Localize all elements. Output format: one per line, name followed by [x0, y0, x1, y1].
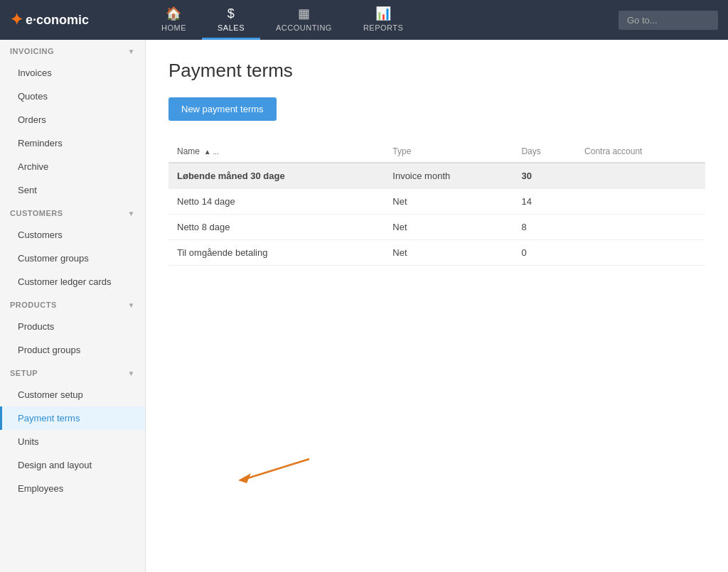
cell-type: Net: [384, 240, 513, 266]
cell-type: Invoice month: [384, 163, 513, 189]
cell-days: 8: [513, 215, 576, 240]
chevron-icon: ▼: [128, 48, 135, 55]
sidebar-item-employees[interactable]: Employees: [0, 477, 145, 500]
chevron-icon: ▼: [128, 301, 135, 309]
cell-days: 14: [513, 189, 576, 215]
logo-area[interactable]: ✦ e·conomic: [0, 11, 146, 29]
table-body: Løbende måned 30 dageInvoice month30Nett…: [168, 163, 705, 266]
nav-item-label-reports: REPORTS: [363, 23, 403, 32]
nav-item-reports[interactable]: 📊REPORTS: [348, 0, 419, 40]
sidebar-section-products[interactable]: PRODUCTS▼: [0, 293, 145, 315]
table-row[interactable]: Til omgående betalingNet0: [168, 240, 705, 266]
reports-icon: 📊: [375, 6, 392, 21]
table-row[interactable]: Netto 8 dageNet8: [168, 215, 705, 240]
arrow-svg: [231, 452, 316, 487]
sidebar-item-product-groups[interactable]: Product groups: [0, 338, 145, 362]
body-layout: INVOICING▼InvoicesQuotesOrdersRemindersA…: [0, 40, 728, 572]
cell-days: 30: [513, 163, 576, 189]
payment-terms-table-wrapper: Name ▲ ...TypeDaysContra account Løbende…: [168, 141, 705, 266]
table-header: Name ▲ ...TypeDaysContra account: [168, 141, 705, 163]
nav-item-label-sales: SALES: [218, 23, 245, 32]
nav-items: 🏠HOME$SALES▦ACCOUNTING📊REPORTS: [146, 0, 619, 40]
cell-days: 0: [513, 240, 576, 266]
sidebar-item-customer-ledger-cards[interactable]: Customer ledger cards: [0, 270, 145, 293]
cell-contra-account: [576, 189, 705, 215]
sidebar-section-label-customers: CUSTOMERS: [10, 209, 63, 217]
sidebar-item-reminders[interactable]: Reminders: [0, 131, 145, 155]
chevron-icon: ▼: [128, 369, 135, 377]
svg-marker-1: [238, 473, 251, 483]
sidebar-item-customer-setup[interactable]: Customer setup: [0, 383, 145, 406]
sidebar-section-label-setup: SETUP: [10, 369, 38, 377]
cell-contra-account: [576, 215, 705, 240]
sidebar-item-design-and-layout[interactable]: Design and layout: [0, 453, 145, 477]
sidebar-item-sent[interactable]: Sent: [0, 178, 145, 202]
sidebar-section-setup[interactable]: SETUP▼: [0, 362, 145, 383]
search-area: [619, 11, 718, 30]
nav-item-accounting[interactable]: ▦ACCOUNTING: [260, 0, 348, 40]
chevron-icon: ▼: [128, 210, 135, 217]
cell-name: Til omgående betaling: [168, 240, 384, 266]
cell-name: Løbende måned 30 dage: [168, 163, 384, 189]
logo-text: e·conomic: [26, 13, 89, 28]
sidebar: INVOICING▼InvoicesQuotesOrdersRemindersA…: [0, 40, 146, 572]
nav-item-home[interactable]: 🏠HOME: [146, 0, 202, 40]
sidebar-section-label-invoicing: INVOICING: [10, 47, 54, 55]
sidebar-item-payment-terms[interactable]: Payment terms: [0, 406, 145, 430]
cell-type: Net: [384, 215, 513, 240]
arrow-annotation: [231, 452, 316, 490]
table-row[interactable]: Løbende måned 30 dageInvoice month30: [168, 163, 705, 189]
page-title: Payment terms: [168, 60, 705, 82]
sort-arrow-icon: ▲ ...: [202, 148, 219, 156]
sidebar-item-archive[interactable]: Archive: [0, 155, 145, 178]
cell-contra-account: [576, 163, 705, 189]
nav-item-label-accounting: ACCOUNTING: [276, 23, 332, 32]
accounting-icon: ▦: [298, 6, 311, 21]
new-payment-terms-button[interactable]: New payment terms: [168, 97, 277, 121]
table-row[interactable]: Netto 14 dageNet14: [168, 189, 705, 215]
sidebar-item-customers[interactable]: Customers: [0, 223, 145, 247]
nav-item-label-home: HOME: [161, 23, 186, 32]
logo-icon: ✦: [10, 11, 23, 29]
sidebar-section-label-products: PRODUCTS: [10, 301, 57, 309]
sidebar-item-invoices[interactable]: Invoices: [0, 61, 145, 85]
cell-type: Net: [384, 189, 513, 215]
sidebar-item-quotes[interactable]: Quotes: [0, 85, 145, 108]
cell-name: Netto 14 dage: [168, 189, 384, 215]
nav-item-sales[interactable]: $SALES: [202, 0, 260, 40]
search-input[interactable]: [619, 11, 718, 30]
home-icon: 🏠: [166, 6, 182, 21]
col-header-days: Days: [513, 141, 576, 163]
col-header-name[interactable]: Name ▲ ...: [168, 141, 384, 163]
col-header-type: Type: [384, 141, 513, 163]
col-header-contra_account: Contra account: [576, 141, 705, 163]
sidebar-item-units[interactable]: Units: [0, 430, 145, 453]
main-content: Payment terms New payment terms Name ▲ .…: [146, 40, 728, 572]
sales-icon: $: [228, 6, 235, 21]
sidebar-item-customer-groups[interactable]: Customer groups: [0, 247, 145, 270]
cell-name: Netto 8 dage: [168, 215, 384, 240]
svg-line-0: [245, 459, 309, 479]
sidebar-section-invoicing[interactable]: INVOICING▼: [0, 40, 145, 61]
sidebar-item-orders[interactable]: Orders: [0, 108, 145, 131]
cell-contra-account: [576, 240, 705, 266]
top-navigation: ✦ e·conomic 🏠HOME$SALES▦ACCOUNTING📊REPOR…: [0, 0, 728, 40]
logo: ✦ e·conomic: [10, 11, 89, 29]
sidebar-section-customers[interactable]: CUSTOMERS▼: [0, 202, 145, 223]
sidebar-item-products[interactable]: Products: [0, 315, 145, 338]
payment-terms-table: Name ▲ ...TypeDaysContra account Løbende…: [168, 141, 705, 266]
